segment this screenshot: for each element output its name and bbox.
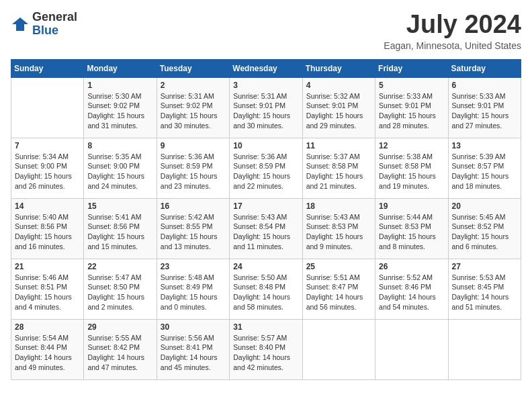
calendar-body: 1Sunrise: 5:30 AM Sunset: 9:02 PM Daylig… <box>11 77 521 379</box>
day-info: Sunrise: 5:50 AM Sunset: 8:48 PM Dayligh… <box>233 273 298 312</box>
header-cell-wednesday: Wednesday <box>230 59 302 77</box>
day-number: 12 <box>379 141 444 150</box>
calendar-cell: 2Sunrise: 5:31 AM Sunset: 9:02 PM Daylig… <box>157 77 229 138</box>
day-number: 7 <box>15 141 80 150</box>
header-cell-sunday: Sunday <box>11 59 84 77</box>
calendar-header: SundayMondayTuesdayWednesdayThursdayFrid… <box>11 59 521 77</box>
day-info: Sunrise: 5:43 AM Sunset: 8:53 PM Dayligh… <box>306 212 371 252</box>
calendar-week-2: 14Sunrise: 5:40 AM Sunset: 8:56 PM Dayli… <box>11 198 521 259</box>
calendar-cell: 6Sunrise: 5:33 AM Sunset: 9:01 PM Daylig… <box>448 77 521 138</box>
day-number: 4 <box>306 81 371 90</box>
calendar-cell: 14Sunrise: 5:40 AM Sunset: 8:56 PM Dayli… <box>11 198 84 259</box>
day-number: 10 <box>233 141 298 150</box>
header-cell-saturday: Saturday <box>448 59 521 77</box>
calendar-cell: 25Sunrise: 5:51 AM Sunset: 8:47 PM Dayli… <box>302 259 375 319</box>
day-number: 5 <box>379 81 444 90</box>
day-info: Sunrise: 5:43 AM Sunset: 8:54 PM Dayligh… <box>233 212 298 252</box>
day-number: 15 <box>87 201 152 211</box>
page-header: General Blue July 2024 Eagan, Minnesota,… <box>11 11 521 51</box>
calendar-week-3: 21Sunrise: 5:46 AM Sunset: 8:51 PM Dayli… <box>11 259 521 319</box>
calendar-cell: 22Sunrise: 5:47 AM Sunset: 8:50 PM Dayli… <box>84 259 157 319</box>
calendar-cell: 11Sunrise: 5:37 AM Sunset: 8:58 PM Dayli… <box>302 138 375 198</box>
day-number: 27 <box>452 262 517 271</box>
calendar-week-1: 7Sunrise: 5:34 AM Sunset: 9:00 PM Daylig… <box>11 138 521 198</box>
calendar-cell: 4Sunrise: 5:32 AM Sunset: 9:01 PM Daylig… <box>302 77 375 138</box>
calendar-cell: 20Sunrise: 5:45 AM Sunset: 8:52 PM Dayli… <box>448 198 521 259</box>
calendar-cell: 24Sunrise: 5:50 AM Sunset: 8:48 PM Dayli… <box>230 259 302 319</box>
day-info: Sunrise: 5:48 AM Sunset: 8:49 PM Dayligh… <box>161 273 226 312</box>
day-number: 11 <box>306 141 371 150</box>
header-cell-thursday: Thursday <box>302 59 375 77</box>
day-number: 29 <box>87 322 152 332</box>
logo-general: General <box>32 10 77 24</box>
day-info: Sunrise: 5:33 AM Sunset: 9:01 PM Dayligh… <box>452 91 517 131</box>
day-info: Sunrise: 5:42 AM Sunset: 8:55 PM Dayligh… <box>161 212 226 252</box>
logo: General Blue <box>11 11 77 38</box>
day-info: Sunrise: 5:37 AM Sunset: 8:58 PM Dayligh… <box>306 152 371 191</box>
calendar-cell: 31Sunrise: 5:57 AM Sunset: 8:40 PM Dayli… <box>230 319 302 379</box>
header-cell-tuesday: Tuesday <box>157 59 229 77</box>
calendar-cell: 28Sunrise: 5:54 AM Sunset: 8:44 PM Dayli… <box>11 319 84 379</box>
day-number: 13 <box>452 141 517 150</box>
day-info: Sunrise: 5:46 AM Sunset: 8:51 PM Dayligh… <box>15 273 80 312</box>
day-number: 9 <box>161 141 226 150</box>
day-info: Sunrise: 5:34 AM Sunset: 9:00 PM Dayligh… <box>15 152 80 191</box>
day-info: Sunrise: 5:33 AM Sunset: 9:01 PM Dayligh… <box>379 91 444 131</box>
title-block: July 2024 Eagan, Minnesota, United State… <box>384 11 521 51</box>
day-info: Sunrise: 5:35 AM Sunset: 9:00 PM Dayligh… <box>87 152 152 191</box>
day-number: 8 <box>87 141 152 150</box>
day-number: 23 <box>161 262 226 271</box>
calendar-cell: 9Sunrise: 5:36 AM Sunset: 8:59 PM Daylig… <box>157 138 229 198</box>
day-info: Sunrise: 5:36 AM Sunset: 8:59 PM Dayligh… <box>233 152 298 191</box>
calendar-cell <box>448 319 521 379</box>
day-info: Sunrise: 5:30 AM Sunset: 9:02 PM Dayligh… <box>87 91 152 131</box>
calendar-table: SundayMondayTuesdayWednesdayThursdayFrid… <box>11 59 521 380</box>
calendar-cell: 3Sunrise: 5:31 AM Sunset: 9:01 PM Daylig… <box>230 77 302 138</box>
calendar-cell: 19Sunrise: 5:44 AM Sunset: 8:53 PM Dayli… <box>375 198 448 259</box>
calendar-cell <box>302 319 375 379</box>
calendar-cell: 30Sunrise: 5:56 AM Sunset: 8:41 PM Dayli… <box>157 319 229 379</box>
calendar-cell: 15Sunrise: 5:41 AM Sunset: 8:56 PM Dayli… <box>84 198 157 259</box>
day-number: 17 <box>233 201 298 211</box>
logo-blue: Blue <box>32 24 58 37</box>
day-number: 30 <box>161 322 226 332</box>
calendar-cell: 10Sunrise: 5:36 AM Sunset: 8:59 PM Dayli… <box>230 138 302 198</box>
day-info: Sunrise: 5:47 AM Sunset: 8:50 PM Dayligh… <box>87 273 152 312</box>
day-info: Sunrise: 5:36 AM Sunset: 8:59 PM Dayligh… <box>161 152 226 191</box>
day-info: Sunrise: 5:41 AM Sunset: 8:56 PM Dayligh… <box>87 212 152 252</box>
day-number: 26 <box>379 262 444 271</box>
day-number: 25 <box>306 262 371 271</box>
location: Eagan, Minnesota, United States <box>384 40 521 51</box>
day-info: Sunrise: 5:56 AM Sunset: 8:41 PM Dayligh… <box>161 333 226 373</box>
calendar-cell: 21Sunrise: 5:46 AM Sunset: 8:51 PM Dayli… <box>11 259 84 319</box>
day-info: Sunrise: 5:32 AM Sunset: 9:01 PM Dayligh… <box>306 91 371 131</box>
calendar-cell: 29Sunrise: 5:55 AM Sunset: 8:42 PM Dayli… <box>84 319 157 379</box>
calendar-cell <box>375 319 448 379</box>
calendar-cell: 7Sunrise: 5:34 AM Sunset: 9:00 PM Daylig… <box>11 138 84 198</box>
calendar-cell: 13Sunrise: 5:39 AM Sunset: 8:57 PM Dayli… <box>448 138 521 198</box>
day-info: Sunrise: 5:31 AM Sunset: 9:02 PM Dayligh… <box>161 91 226 131</box>
day-number: 16 <box>161 201 226 211</box>
day-number: 19 <box>379 201 444 211</box>
day-info: Sunrise: 5:57 AM Sunset: 8:40 PM Dayligh… <box>233 333 298 373</box>
day-info: Sunrise: 5:44 AM Sunset: 8:53 PM Dayligh… <box>379 212 444 252</box>
header-cell-monday: Monday <box>84 59 157 77</box>
calendar-cell: 17Sunrise: 5:43 AM Sunset: 8:54 PM Dayli… <box>230 198 302 259</box>
header-row: SundayMondayTuesdayWednesdayThursdayFrid… <box>11 59 521 77</box>
day-number: 18 <box>306 201 371 211</box>
day-number: 24 <box>233 262 298 271</box>
day-number: 6 <box>452 81 517 90</box>
header-cell-friday: Friday <box>375 59 448 77</box>
day-number: 3 <box>233 81 298 90</box>
day-info: Sunrise: 5:55 AM Sunset: 8:42 PM Dayligh… <box>87 333 152 373</box>
day-number: 2 <box>161 81 226 90</box>
day-number: 31 <box>233 322 298 332</box>
calendar-cell: 27Sunrise: 5:53 AM Sunset: 8:45 PM Dayli… <box>448 259 521 319</box>
day-info: Sunrise: 5:40 AM Sunset: 8:56 PM Dayligh… <box>15 212 80 252</box>
day-number: 22 <box>87 262 152 271</box>
day-number: 20 <box>452 201 517 211</box>
calendar-cell: 1Sunrise: 5:30 AM Sunset: 9:02 PM Daylig… <box>84 77 157 138</box>
day-info: Sunrise: 5:38 AM Sunset: 8:58 PM Dayligh… <box>379 152 444 191</box>
day-info: Sunrise: 5:53 AM Sunset: 8:45 PM Dayligh… <box>452 273 517 312</box>
calendar-cell: 5Sunrise: 5:33 AM Sunset: 9:01 PM Daylig… <box>375 77 448 138</box>
